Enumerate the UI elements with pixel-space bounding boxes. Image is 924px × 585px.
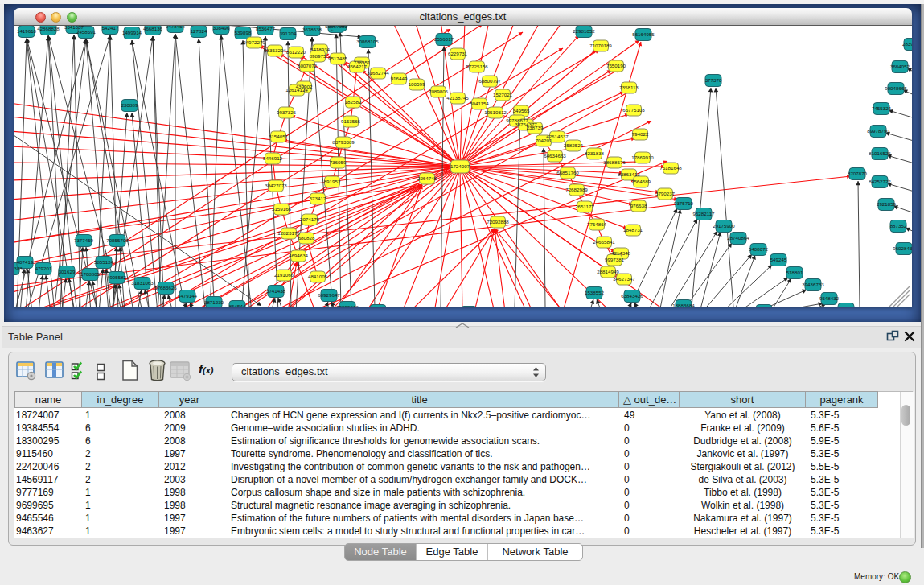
svg-text:794022: 794022 bbox=[632, 131, 649, 137]
svg-text:2264748: 2264748 bbox=[417, 175, 437, 181]
svg-text:4214348: 4214348 bbox=[611, 250, 631, 256]
svg-text:1419610: 1419610 bbox=[17, 28, 37, 34]
svg-text:916449: 916449 bbox=[391, 76, 408, 81]
svg-text:4694634: 4694634 bbox=[289, 253, 309, 258]
svg-text:1848731: 1848731 bbox=[623, 227, 643, 233]
svg-text:549245: 549245 bbox=[770, 257, 787, 262]
svg-text:1527021: 1527021 bbox=[493, 92, 513, 97]
svg-text:377370: 377370 bbox=[705, 77, 722, 83]
svg-text:20576383: 20576383 bbox=[14, 266, 23, 271]
svg-text:4668136: 4668136 bbox=[143, 26, 163, 31]
svg-text:9153566: 9153566 bbox=[341, 118, 361, 124]
svg-text:2458591: 2458591 bbox=[76, 29, 97, 35]
svg-text:31831063: 31831063 bbox=[131, 280, 154, 286]
svg-text:127824: 127824 bbox=[191, 28, 207, 34]
svg-text:8612220: 8612220 bbox=[286, 49, 306, 55]
svg-text:56164955: 56164955 bbox=[632, 31, 655, 37]
svg-text:1538552: 1538552 bbox=[585, 290, 605, 295]
svg-text:72682989: 72682989 bbox=[565, 187, 588, 192]
svg-text:89978790: 89978790 bbox=[867, 128, 889, 134]
svg-text:18883684: 18883684 bbox=[672, 303, 695, 307]
svg-text:3678638: 3678638 bbox=[302, 27, 322, 32]
svg-text:2556017: 2556017 bbox=[434, 36, 454, 42]
svg-text:83863413: 83863413 bbox=[618, 171, 640, 177]
svg-text:9548432: 9548432 bbox=[819, 295, 840, 301]
svg-text:3564217: 3564217 bbox=[347, 64, 368, 69]
svg-text:8231838: 8231838 bbox=[585, 150, 605, 156]
svg-text:2191066: 2191066 bbox=[274, 272, 294, 278]
svg-text:72092888: 72092888 bbox=[487, 219, 509, 225]
svg-text:5855124: 5855124 bbox=[94, 259, 114, 265]
svg-text:97225156: 97225156 bbox=[466, 64, 488, 69]
svg-text:182582: 182582 bbox=[345, 99, 362, 105]
svg-text:8536477: 8536477 bbox=[256, 26, 276, 31]
svg-text:63843426: 63843426 bbox=[621, 293, 643, 299]
svg-text:407419: 407419 bbox=[17, 259, 34, 265]
svg-text:518801: 518801 bbox=[786, 270, 803, 275]
svg-text:3684052: 3684052 bbox=[890, 64, 910, 69]
svg-text:6647119: 6647119 bbox=[329, 25, 348, 27]
svg-text:7358113: 7358113 bbox=[619, 84, 639, 90]
svg-text:3871230: 3871230 bbox=[204, 299, 224, 305]
svg-text:66851760: 66851760 bbox=[556, 170, 579, 175]
svg-text:736059: 736059 bbox=[330, 159, 347, 165]
svg-text:479201: 479201 bbox=[35, 266, 52, 271]
svg-text:9478454: 9478454 bbox=[166, 25, 186, 29]
svg-text:68800797: 68800797 bbox=[478, 78, 501, 84]
svg-text:5446912: 5446912 bbox=[263, 155, 283, 161]
svg-text:28814949: 28814949 bbox=[597, 269, 619, 274]
svg-text:391704: 391704 bbox=[280, 31, 297, 36]
svg-text:9937326: 9937326 bbox=[277, 109, 297, 115]
svg-text:42138745: 42138745 bbox=[446, 95, 469, 101]
svg-text:976638: 976638 bbox=[630, 203, 647, 208]
svg-text:9375710: 9375710 bbox=[674, 200, 694, 206]
svg-text:71070189: 71070189 bbox=[589, 43, 612, 48]
svg-text:96028436: 96028436 bbox=[893, 245, 912, 251]
svg-text:100599: 100599 bbox=[409, 81, 425, 87]
svg-text:3741438: 3741438 bbox=[266, 288, 286, 294]
svg-text:4841005: 4841005 bbox=[308, 274, 328, 279]
svg-text:573417: 573417 bbox=[310, 196, 326, 201]
svg-text:42614537: 42614537 bbox=[546, 134, 569, 139]
svg-text:1724007: 1724007 bbox=[450, 163, 470, 169]
svg-text:12823170: 12823170 bbox=[277, 230, 300, 236]
svg-text:24665841: 24665841 bbox=[593, 239, 615, 245]
svg-text:2921859: 2921859 bbox=[877, 201, 897, 207]
svg-text:64634663: 64634663 bbox=[544, 153, 566, 159]
svg-text:5408072: 5408072 bbox=[749, 246, 769, 252]
svg-text:9997381: 9997381 bbox=[605, 257, 625, 262]
svg-text:39436733: 39436733 bbox=[802, 282, 824, 287]
svg-text:2839607: 2839607 bbox=[902, 41, 912, 47]
svg-text:680828: 680828 bbox=[298, 235, 315, 241]
svg-text:24972279: 24972279 bbox=[243, 39, 265, 45]
svg-text:70855700: 70855700 bbox=[106, 237, 129, 243]
svg-text:864544: 864544 bbox=[229, 303, 246, 307]
svg-text:230889: 230889 bbox=[121, 102, 138, 108]
svg-text:38688676: 38688676 bbox=[603, 159, 626, 165]
svg-text:96282117: 96282117 bbox=[692, 211, 715, 216]
svg-text:349565: 349565 bbox=[513, 108, 530, 113]
svg-text:30868105: 30868105 bbox=[356, 39, 379, 44]
svg-text:81016525: 81016525 bbox=[869, 150, 891, 156]
svg-text:83793389: 83793389 bbox=[332, 139, 355, 145]
svg-text:84252722: 84252722 bbox=[869, 179, 891, 184]
svg-text:75181648: 75181648 bbox=[659, 165, 682, 171]
svg-text:5479144: 5479144 bbox=[178, 293, 198, 299]
svg-text:9517485: 9517485 bbox=[328, 56, 348, 61]
svg-text:3790237: 3790237 bbox=[655, 191, 676, 196]
svg-text:891952: 891952 bbox=[324, 179, 341, 184]
svg-text:898975: 898975 bbox=[310, 53, 326, 59]
svg-text:6007072: 6007072 bbox=[298, 63, 318, 68]
svg-text:7089806: 7089806 bbox=[429, 89, 449, 94]
svg-text:22981052: 22981052 bbox=[573, 28, 595, 34]
svg-text:95899313: 95899313 bbox=[336, 304, 359, 307]
svg-text:90048665: 90048665 bbox=[885, 85, 907, 91]
svg-text:539898: 539898 bbox=[235, 30, 252, 35]
svg-text:2074176: 2074176 bbox=[300, 216, 320, 222]
svg-text:60929647: 60929647 bbox=[318, 292, 340, 298]
svg-text:3154051: 3154051 bbox=[269, 134, 289, 139]
svg-text:66775103: 66775103 bbox=[622, 107, 645, 113]
svg-text:38427073: 38427073 bbox=[265, 183, 287, 188]
svg-text:6229731: 6229731 bbox=[448, 51, 468, 56]
svg-text:68353204: 68353204 bbox=[264, 47, 286, 53]
